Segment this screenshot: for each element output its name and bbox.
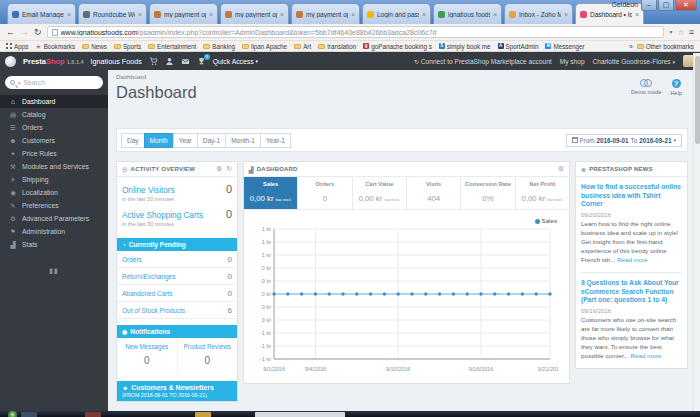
sidebar-item-preferences[interactable]: ✎Preferences <box>0 199 108 212</box>
chrome-menu-icon[interactable]: ≡ <box>689 27 694 37</box>
tab-close-icon[interactable]: × <box>280 11 284 18</box>
help-button[interactable]: ? Help <box>670 79 682 96</box>
browser-tab[interactable]: my payment op× <box>291 3 360 24</box>
browser-tab[interactable]: my payment op× <box>220 3 289 24</box>
shop-name[interactable]: Ignatious Foods <box>91 57 142 66</box>
browser-scrollbar[interactable] <box>693 53 700 417</box>
taskbar-item[interactable] <box>85 412 101 417</box>
refresh-icon[interactable]: ↻ <box>226 165 232 173</box>
tab-close-icon[interactable]: × <box>67 11 71 18</box>
cart-icon[interactable] <box>149 57 158 66</box>
kpi-net-profit[interactable]: Net Profit0,00 kr tax excl. <box>516 177 569 209</box>
browser-tab[interactable]: my payment op× <box>149 3 218 24</box>
sidebar-item-stats[interactable]: ▟Stats <box>0 238 108 251</box>
metric-label[interactable]: Active Shopping Carts <box>122 211 203 220</box>
browser-tab[interactable]: Roundcube We× <box>78 3 147 24</box>
bookmark-folder[interactable]: Art <box>294 43 311 50</box>
notification-label[interactable]: Product Reviews <box>180 343 236 350</box>
start-button[interactable] <box>8 411 17 417</box>
sidebar-item-catalog[interactable]: ▤Catalog <box>0 108 108 121</box>
kpi-sales[interactable]: Sales0,00 kr tax excl. <box>244 177 298 209</box>
bookmark-folder[interactable]: lipan Apache <box>242 43 287 50</box>
sidebar-item-customers[interactable]: ☻Customers <box>0 134 108 147</box>
bookmarks-overflow-chevron[interactable]: » <box>629 43 633 50</box>
scrollbar-thumb[interactable] <box>695 56 700 144</box>
tab-close-icon[interactable]: × <box>493 11 497 18</box>
close-button[interactable]: ✕ <box>675 0 697 11</box>
sidebar-item-advanced-parameters[interactable]: ⚙Advanced Parameters <box>0 212 108 225</box>
read-more-link[interactable]: Read more <box>617 256 648 263</box>
sidebar-collapse-icon[interactable]: ▮▮ <box>0 267 108 275</box>
tab-close-icon[interactable]: × <box>351 11 355 18</box>
bookmark-folder[interactable]: News <box>82 43 107 50</box>
range-button-year[interactable]: Year <box>173 133 198 148</box>
tab-close-icon[interactable]: × <box>422 11 426 18</box>
url-bar[interactable]: www.ignatiousfoods.com/psadmin/index.php… <box>47 26 664 38</box>
back-icon[interactable]: ← <box>6 28 15 37</box>
bookmark-link[interactable]: ggoPanache booking s <box>363 43 432 50</box>
kpi-cart-value[interactable]: Cart Value0,00 kr tax excl. <box>353 177 407 209</box>
bookmark-link[interactable]: MMessenger <box>545 43 584 50</box>
pending-label[interactable]: Orders <box>122 256 142 263</box>
other-bookmarks[interactable]: Other bookmarks <box>637 43 694 50</box>
customer-icon[interactable] <box>165 57 174 66</box>
user-menu[interactable]: Charlotte Goodrose-Flores ▾ <box>593 58 675 65</box>
tab-close-icon[interactable]: × <box>635 11 639 18</box>
metric-label[interactable]: Online Visitors <box>122 186 175 195</box>
forward-icon[interactable]: → <box>20 28 29 37</box>
article-title[interactable]: How to find a successful online business… <box>581 183 682 209</box>
bookmark-link[interactable]: Ssimply book me <box>439 43 491 50</box>
kpi-visits[interactable]: Visits404 <box>407 177 461 209</box>
gear-icon[interactable]: ⚙ <box>558 165 564 173</box>
sidebar-item-shipping[interactable]: ✈Shipping <box>0 173 108 186</box>
bookmark-link[interactable]: ASportAdmin <box>498 43 539 50</box>
browser-tab[interactable]: ignatious foods× <box>433 3 502 24</box>
browser-tab[interactable]: Email Manager× <box>7 3 76 24</box>
bookmarks-shortcut[interactable]: ★Bookmarks <box>35 43 75 50</box>
tab-close-icon[interactable]: × <box>138 11 142 18</box>
omnibox-media-icon[interactable]: ▼ <box>669 29 674 35</box>
marketplace-link[interactable]: ↻ Connect to PrestaShop Marketplace acco… <box>414 58 552 65</box>
kpi-conversion-rate[interactable]: Conversion Rate0% <box>461 177 515 209</box>
bookmark-folder[interactable]: Sports <box>114 43 141 50</box>
sidebar-item-modules-and-services[interactable]: ⚒Modules and Services <box>0 160 108 173</box>
bookmark-star-icon[interactable]: ☆ <box>678 28 685 37</box>
maximize-button[interactable]: ▢ <box>658 0 674 11</box>
article-title[interactable]: 8 Questions to Ask About Your eCommerce … <box>581 279 682 305</box>
range-button-month[interactable]: Month <box>144 133 174 148</box>
sidebar-item-administration[interactable]: ⚑Administration <box>0 225 108 238</box>
bookmark-folder[interactable]: Banking <box>203 43 235 50</box>
read-more-link[interactable]: Read more <box>631 352 662 359</box>
tab-close-icon[interactable]: × <box>564 11 568 18</box>
customers-newsletters-banner[interactable]: ☻Customers & Newsletters (FROM 2016-09-0… <box>117 381 237 401</box>
pending-label[interactable]: Return/Exchanges <box>122 273 175 280</box>
notifications-trophy-icon[interactable]: 3 <box>197 57 206 66</box>
messages-icon[interactable] <box>181 57 190 66</box>
sidebar-item-orders[interactable]: ☰Orders <box>0 121 108 134</box>
prestashop-logo[interactable] <box>5 56 16 67</box>
sidebar-item-dashboard[interactable]: ⌂Dashboard <box>0 95 108 108</box>
sidebar-item-price-rules[interactable]: ✦Price Rules <box>0 147 108 160</box>
bookmark-folder[interactable]: Entertainment <box>148 43 196 50</box>
minimize-button[interactable]: – <box>641 0 657 11</box>
notification-label[interactable]: New Messages <box>119 343 175 350</box>
range-button-day[interactable]: Day <box>121 133 145 148</box>
taskbar-item[interactable] <box>21 412 37 417</box>
sidebar-search-input[interactable]: ▾ Search <box>5 76 103 89</box>
gear-icon[interactable]: ⚙ <box>216 165 222 173</box>
range-button-month-1[interactable]: Month-1 <box>225 133 261 148</box>
browser-tab[interactable]: Inbox - Zoho M× <box>504 3 573 24</box>
my-shop-link[interactable]: My shop <box>560 58 585 65</box>
date-range-picker[interactable]: From 2016-09-01 To 2016-09-21 ▾ <box>566 134 682 147</box>
range-button-day-1[interactable]: Day-1 <box>197 133 226 148</box>
bookmark-folder[interactable]: translation <box>318 43 356 50</box>
reload-icon[interactable]: ↻ <box>34 28 42 37</box>
taskbar-item[interactable] <box>195 412 211 417</box>
range-button-year-1[interactable]: Year-1 <box>260 133 291 148</box>
apps-shortcut[interactable]: Apps <box>6 43 28 50</box>
sidebar-item-localization[interactable]: ◉Localization <box>0 186 108 199</box>
browser-tab[interactable]: Login and pass× <box>362 3 431 24</box>
demo-mode-toggle[interactable]: Demo mode <box>631 79 661 96</box>
pending-label[interactable]: Abandoned Carts <box>122 290 173 297</box>
taskbar-item[interactable] <box>255 412 345 417</box>
